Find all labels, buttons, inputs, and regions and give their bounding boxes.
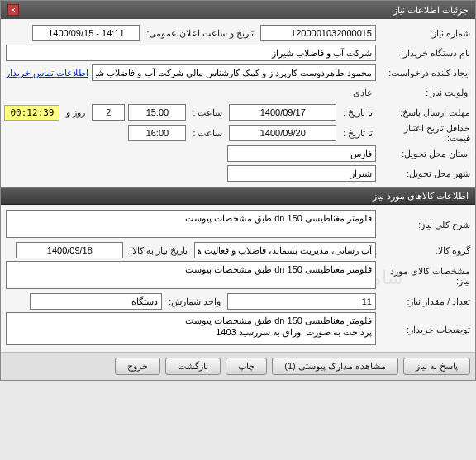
back-button[interactable]: بازگشت: [165, 358, 221, 375]
validity-date-field[interactable]: [229, 125, 336, 141]
days-remaining-field[interactable]: [92, 104, 125, 121]
unit-field[interactable]: [30, 293, 162, 310]
need-desc-field[interactable]: [6, 210, 376, 238]
buyer-contact-link[interactable]: اطلاعات تماس خریدار: [6, 68, 88, 78]
buyer-notes-field[interactable]: [6, 312, 376, 345]
titlebar: جزئیات اطلاعات نیاز ×: [1, 1, 475, 19]
need-no-label: شماره نیاز:: [379, 28, 470, 38]
creator-field[interactable]: [92, 64, 376, 81]
buyer-notes-label: توضیحات خریدار:: [379, 325, 470, 334]
need-date-field[interactable]: [16, 242, 123, 258]
buyer-org-label: نام دستگاه خریدار:: [379, 48, 470, 58]
priority-value: عادی: [353, 88, 376, 98]
goods-spec-field[interactable]: [6, 261, 376, 289]
need-desc-label: شرح کلی نیاز:: [379, 220, 470, 230]
dialog-window: جزئیات اطلاعات نیاز × شماره نیاز: تاریخ …: [0, 0, 476, 381]
at-time-label-1: ساعت :: [189, 107, 226, 117]
city-field[interactable]: [227, 165, 376, 182]
button-bar: پاسخ به نیاز مشاهده مدارک پیوستی (1) چاپ…: [1, 352, 475, 380]
remaining-label: ساعت باقی مانده: [0, 107, 1, 117]
unit-label: واحد شمارش:: [165, 296, 224, 306]
at-time-label-2: ساعت :: [189, 128, 226, 138]
price-validity-label: حداقل تاریخ اعتبار قیمت:: [379, 123, 470, 143]
validity-time-field[interactable]: [128, 125, 186, 141]
goods-section-header: اطلاعات کالاهای مورد نیاز: [1, 187, 475, 205]
qty-label: تعداد / مقدار نیاز:: [379, 296, 470, 306]
qty-field[interactable]: [227, 293, 376, 310]
main-form: شماره نیاز: تاریخ و ساعت اعلان عمومی: نا…: [1, 19, 475, 187]
announce-dt-label: تاریخ و ساعت اعلان عمومی:: [143, 28, 257, 38]
deadline-date-field[interactable]: [229, 104, 336, 121]
goods-group-label: گروه کالا:: [379, 245, 470, 255]
priority-label: اولویت نیاز :: [379, 88, 470, 97]
goods-spec-label: مشخصات کالای مورد نیاز:: [379, 266, 470, 286]
need-no-field[interactable]: [260, 25, 376, 41]
announce-dt-field[interactable]: [32, 25, 140, 41]
respond-button[interactable]: پاسخ به نیاز: [403, 358, 470, 375]
creator-label: ایجاد کننده درخواست:: [379, 68, 470, 78]
to-date-label: تا تاریخ :: [340, 107, 376, 117]
goods-group-field[interactable]: [194, 242, 376, 258]
goods-form: سامانه تدارکات الکترونیکی دولت ۰۲۱-۸۸۳۰ …: [1, 205, 475, 352]
deadline-time-field[interactable]: [128, 104, 186, 121]
attachments-button[interactable]: مشاهده مدارک پیوستی (1): [272, 358, 398, 375]
close-icon[interactable]: ×: [7, 4, 19, 16]
province-label: استان محل تحویل:: [379, 149, 470, 159]
print-button[interactable]: چاپ: [226, 358, 267, 375]
countdown-timer: 00:12:39: [4, 105, 60, 121]
buyer-org-field[interactable]: [6, 45, 376, 61]
days-and-label: روز و: [63, 107, 88, 117]
city-label: شهر محل تحویل:: [379, 168, 470, 178]
to-date-label-2: تا تاریخ :: [340, 128, 376, 138]
deadline-label: مهلت ارسال پاسخ:: [379, 107, 470, 117]
window-title: جزئیات اطلاعات نیاز: [393, 5, 469, 16]
need-date-label: تاریخ نیاز به کالا:: [126, 245, 191, 255]
exit-button[interactable]: خروج: [115, 358, 160, 375]
province-field[interactable]: [227, 145, 376, 162]
